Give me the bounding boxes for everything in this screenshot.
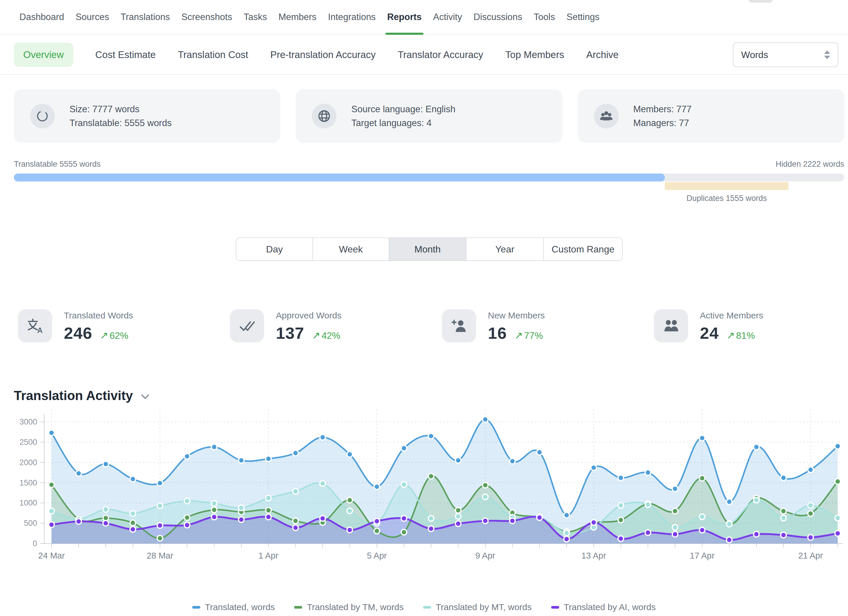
data-point[interactable] xyxy=(808,535,813,540)
nav-item-tools[interactable]: Tools xyxy=(534,0,555,34)
data-point[interactable] xyxy=(455,457,461,463)
data-point[interactable] xyxy=(347,497,353,503)
tab-archive[interactable]: Archive xyxy=(586,49,619,60)
data-point[interactable] xyxy=(483,417,488,422)
data-point[interactable] xyxy=(428,474,434,479)
nav-item-tasks[interactable]: Tasks xyxy=(243,0,267,34)
duplicates-bar[interactable] xyxy=(665,182,789,190)
data-point[interactable] xyxy=(672,486,678,492)
data-point[interactable] xyxy=(239,517,244,522)
data-point[interactable] xyxy=(537,515,543,520)
data-point[interactable] xyxy=(455,521,461,527)
tab-cost-estimate[interactable]: Cost Estimate xyxy=(95,49,156,60)
data-point[interactable] xyxy=(401,445,407,451)
data-point[interactable] xyxy=(320,515,325,521)
data-point[interactable] xyxy=(157,503,163,509)
data-point[interactable] xyxy=(726,499,732,505)
data-point[interactable] xyxy=(130,476,136,482)
data-point[interactable] xyxy=(428,526,434,531)
data-point[interactable] xyxy=(537,450,543,455)
translatable-progress-bar[interactable] xyxy=(14,174,844,181)
data-point[interactable] xyxy=(293,450,298,456)
data-point[interactable] xyxy=(265,456,271,462)
data-point[interactable] xyxy=(293,489,298,494)
tab-pre-translation-accuracy[interactable]: Pre-translation Accuracy xyxy=(270,49,376,60)
nav-item-reports[interactable]: Reports xyxy=(387,0,422,34)
data-point[interactable] xyxy=(293,525,298,531)
data-point[interactable] xyxy=(699,435,705,441)
data-point[interactable] xyxy=(618,517,624,523)
data-point[interactable] xyxy=(672,508,678,514)
tab-overview[interactable]: Overview xyxy=(14,43,73,67)
data-point[interactable] xyxy=(835,443,841,449)
data-point[interactable] xyxy=(374,528,380,534)
data-point[interactable] xyxy=(130,527,136,532)
data-point[interactable] xyxy=(320,481,325,486)
data-point[interactable] xyxy=(483,518,488,524)
data-point[interactable] xyxy=(157,522,163,528)
data-point[interactable] xyxy=(753,444,759,450)
data-point[interactable] xyxy=(672,531,678,537)
data-point[interactable] xyxy=(211,514,217,520)
nav-item-translations[interactable]: Translations xyxy=(120,0,170,34)
period-custom-range[interactable]: Custom Range xyxy=(543,238,622,260)
nav-item-integrations[interactable]: Integrations xyxy=(328,0,376,34)
data-point[interactable] xyxy=(591,520,596,525)
data-point[interactable] xyxy=(510,459,515,464)
data-point[interactable] xyxy=(781,508,786,514)
data-point[interactable] xyxy=(835,531,841,536)
unit-select[interactable]: Words xyxy=(733,42,838,67)
data-point[interactable] xyxy=(293,518,298,524)
data-point[interactable] xyxy=(699,514,705,520)
data-point[interactable] xyxy=(239,457,244,463)
data-point[interactable] xyxy=(618,475,624,481)
data-point[interactable] xyxy=(455,514,461,519)
data-point[interactable] xyxy=(618,536,624,542)
data-point[interactable] xyxy=(157,536,163,541)
data-point[interactable] xyxy=(103,461,109,467)
data-point[interactable] xyxy=(184,454,190,459)
nav-item-dashboard[interactable]: Dashboard xyxy=(19,0,64,34)
data-point[interactable] xyxy=(239,505,244,511)
data-point[interactable] xyxy=(76,471,82,476)
data-point[interactable] xyxy=(753,497,759,503)
data-point[interactable] xyxy=(672,524,678,530)
data-point[interactable] xyxy=(347,508,353,514)
data-point[interactable] xyxy=(184,498,190,504)
translation-activity-chart[interactable]: 05001000150020002500300024 Mar28 Mar1 Ap… xyxy=(0,403,848,562)
data-point[interactable] xyxy=(808,467,813,472)
data-point[interactable] xyxy=(374,518,380,524)
data-point[interactable] xyxy=(157,480,163,486)
data-point[interactable] xyxy=(211,500,217,506)
data-point[interactable] xyxy=(49,508,55,514)
data-point[interactable] xyxy=(808,511,813,517)
data-point[interactable] xyxy=(211,507,217,513)
data-point[interactable] xyxy=(184,522,190,528)
period-month[interactable]: Month xyxy=(389,238,466,260)
period-week[interactable]: Week xyxy=(313,238,389,260)
data-point[interactable] xyxy=(483,482,488,488)
nav-item-screenshots[interactable]: Screenshots xyxy=(181,0,232,34)
data-point[interactable] xyxy=(103,507,109,512)
legend-translated-by-ai[interactable]: Translated by AI, words xyxy=(551,602,656,612)
data-point[interactable] xyxy=(401,529,407,535)
data-point[interactable] xyxy=(564,512,569,518)
data-point[interactable] xyxy=(455,508,461,513)
data-point[interactable] xyxy=(781,475,786,481)
tab-translator-accuracy[interactable]: Translator Accuracy xyxy=(398,49,483,60)
data-point[interactable] xyxy=(428,515,434,521)
data-point[interactable] xyxy=(130,520,136,525)
tab-translation-cost[interactable]: Translation Cost xyxy=(178,49,248,60)
data-point[interactable] xyxy=(645,530,651,535)
data-point[interactable] xyxy=(211,444,217,450)
data-point[interactable] xyxy=(564,530,569,536)
data-point[interactable] xyxy=(618,503,624,508)
data-point[interactable] xyxy=(835,479,841,484)
data-point[interactable] xyxy=(103,521,109,526)
data-point[interactable] xyxy=(265,495,271,501)
nav-item-members[interactable]: Members xyxy=(279,0,317,34)
data-point[interactable] xyxy=(808,503,813,508)
data-point[interactable] xyxy=(781,532,786,538)
period-year[interactable]: Year xyxy=(466,238,543,260)
data-point[interactable] xyxy=(645,470,651,475)
